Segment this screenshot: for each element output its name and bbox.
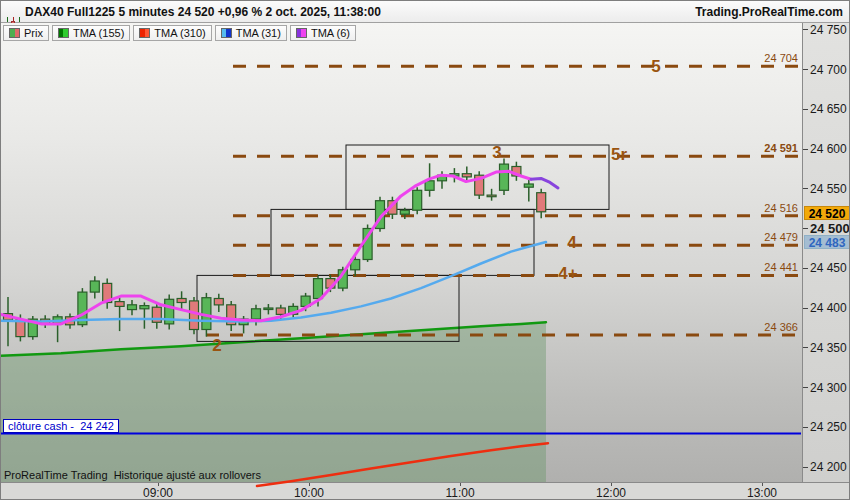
price-tick-24500: 24 500	[803, 222, 850, 236]
price-tick-24700: 24 700	[803, 63, 850, 77]
legend-label: Prix	[24, 27, 43, 39]
time-label-1200: 12:00	[589, 486, 633, 500]
time-label-1100: 11:00	[438, 486, 482, 500]
tma155-swatch-icon	[58, 28, 69, 38]
price-tick-24750: 24 750	[803, 23, 850, 37]
chart-plot-area[interactable]	[1, 23, 802, 482]
legend-label: TMA (310)	[154, 27, 205, 39]
legend-chip-tma6[interactable]: TMA (6)	[290, 25, 356, 41]
price-tick-24400: 24 400	[803, 301, 850, 315]
time-axis[interactable]: 09:0010:0011:0012:0013:00	[1, 482, 850, 500]
legend-label: TMA (31)	[236, 27, 281, 39]
chart-header: DAX40 Full1225 5 minutes 24 520 +0,96 % …	[1, 1, 850, 23]
price-tick-24600: 24 600	[803, 142, 850, 156]
price-tick-24450: 24 450	[803, 261, 850, 275]
price-tick-24350: 24 350	[803, 341, 850, 355]
time-label-1000: 10:00	[287, 486, 331, 500]
price-badge-24483: 24 483	[804, 235, 850, 249]
instrument-title: DAX40 Full1225 5 minutes 24 520 +0,96 % …	[25, 5, 381, 19]
price-tick-24200: 24 200	[803, 460, 850, 474]
legend-label: TMA (6)	[311, 27, 350, 39]
chart-window: DAX40 Full1225 5 minutes 24 520 +0,96 % …	[0, 0, 850, 500]
legend-chip-prix[interactable]: Prix	[3, 25, 49, 41]
footer-note: ProRealTime Trading Historique ajusté au…	[4, 469, 261, 481]
tma310-swatch-icon	[139, 28, 150, 38]
price-tick-24650: 24 650	[803, 102, 850, 116]
tma6-swatch-icon	[296, 28, 307, 38]
time-label-0900: 09:00	[136, 486, 180, 500]
cash-close-label: clôture cash - 24 242	[3, 419, 119, 433]
legend-chip-tma310[interactable]: TMA (310)	[133, 25, 211, 41]
legend-label: TMA (155)	[73, 27, 124, 39]
legend-chip-tma155[interactable]: TMA (155)	[52, 25, 130, 41]
prix-swatch-icon	[9, 28, 20, 38]
price-badge-24520: 24 520	[804, 206, 850, 220]
price-tick-24250: 24 250	[803, 420, 850, 434]
time-label-1300: 13:00	[740, 486, 784, 500]
legend-chip-tma31[interactable]: TMA (31)	[215, 25, 287, 41]
tma31-swatch-icon	[221, 28, 232, 38]
candlestick-icon	[5, 4, 21, 20]
price-tick-24300: 24 300	[803, 381, 850, 395]
prorealtime-watermark: Trading.ProRealTime.com	[695, 5, 843, 19]
indicator-legend: Prix TMA (155) TMA (310) TMA (31) TMA (6…	[3, 25, 356, 41]
price-tick-24550: 24 550	[803, 182, 850, 196]
price-axis[interactable]: 24 75024 70024 65024 60024 55024 50024 4…	[802, 23, 850, 482]
